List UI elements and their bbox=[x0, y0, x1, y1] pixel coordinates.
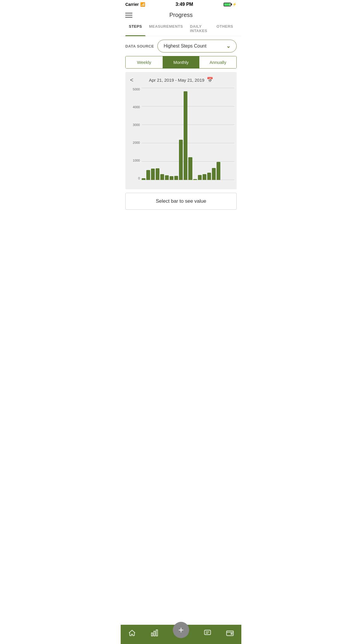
bar-d6[interactable] bbox=[165, 175, 169, 180]
grid-line-5000 bbox=[142, 88, 234, 88]
tab-navigation: STEPS MEASUREMENTS DAILY INTAKES OTHERS bbox=[121, 21, 241, 36]
bar-chart: 5000 4000 3000 2000 1000 0 bbox=[128, 88, 234, 187]
grid-line-4000 bbox=[142, 106, 234, 106]
data-source-row: DATA SOURCE Highest Steps Count ⌄ bbox=[121, 36, 241, 56]
y-label-1000: 1000 bbox=[133, 159, 140, 162]
select-bar-message[interactable]: Select bar to see value bbox=[125, 193, 237, 210]
bars-area bbox=[142, 88, 234, 187]
bar-d20[interactable] bbox=[231, 179, 234, 180]
bar-d18[interactable] bbox=[221, 179, 225, 180]
menu-icon[interactable] bbox=[125, 13, 132, 18]
tab-measurements[interactable]: MEASUREMENTS bbox=[145, 21, 187, 36]
bar-d9[interactable] bbox=[179, 140, 183, 180]
calendar-icon[interactable]: 📅 bbox=[207, 77, 213, 83]
period-monthly[interactable]: Monthly bbox=[163, 56, 200, 68]
bar-d11[interactable] bbox=[188, 157, 192, 180]
chart-container: < Apr 21, 2019 - May 21, 2019 📅 5000 400… bbox=[125, 72, 237, 189]
status-left: Carrier 📶 bbox=[125, 2, 145, 7]
chart-header: < Apr 21, 2019 - May 21, 2019 📅 bbox=[128, 77, 234, 83]
grid-line-2000 bbox=[142, 143, 234, 143]
period-annually[interactable]: Annually bbox=[199, 56, 236, 68]
grid-lines bbox=[142, 88, 234, 180]
grid-line-3000 bbox=[142, 125, 234, 125]
tab-steps[interactable]: STEPS bbox=[125, 21, 145, 36]
bar-d2[interactable] bbox=[146, 170, 150, 180]
date-range-text: Apr 21, 2019 - May 21, 2019 bbox=[149, 78, 204, 83]
data-source-label: DATA SOURCE bbox=[125, 44, 154, 48]
y-label-5000: 5000 bbox=[133, 88, 140, 91]
bar-d13[interactable] bbox=[198, 175, 202, 180]
y-label-3000: 3000 bbox=[133, 123, 140, 127]
chart-prev-button[interactable]: < bbox=[130, 77, 133, 83]
lightning-icon: ⚡ bbox=[232, 2, 237, 6]
bar-d4[interactable] bbox=[156, 168, 159, 180]
bar-d12[interactable] bbox=[193, 179, 197, 180]
bar-d1[interactable] bbox=[142, 178, 145, 180]
y-axis: 5000 4000 3000 2000 1000 0 bbox=[128, 88, 142, 180]
chevron-down-icon: ⌄ bbox=[226, 43, 231, 49]
data-source-dropdown[interactable]: Highest Steps Count ⌄ bbox=[157, 40, 237, 52]
tab-daily-intakes[interactable]: DAILY INTAKES bbox=[187, 21, 213, 36]
status-bar: Carrier 📶 3:49 PM ⚡ bbox=[121, 0, 241, 9]
bar-d14[interactable] bbox=[203, 174, 206, 180]
page-title: Progress bbox=[169, 12, 193, 18]
battery-fill bbox=[224, 3, 230, 6]
header: Progress bbox=[121, 9, 241, 21]
wifi-icon: 📶 bbox=[140, 2, 145, 7]
bar-d17[interactable] bbox=[217, 162, 220, 180]
data-source-selected: Highest Steps Count bbox=[164, 43, 206, 49]
carrier-label: Carrier bbox=[125, 2, 139, 7]
y-label-4000: 4000 bbox=[133, 106, 140, 109]
y-label-2000: 2000 bbox=[133, 141, 140, 144]
grid-line-1000 bbox=[142, 161, 234, 162]
bar-d5[interactable] bbox=[160, 174, 164, 180]
bar-d19[interactable] bbox=[226, 179, 230, 180]
y-label-0: 0 bbox=[138, 177, 140, 180]
status-time: 3:49 PM bbox=[175, 2, 193, 7]
bar-d15[interactable] bbox=[207, 173, 211, 180]
chart-date-range: Apr 21, 2019 - May 21, 2019 📅 bbox=[149, 77, 213, 83]
tab-others[interactable]: OTHERS bbox=[213, 21, 237, 36]
bar-d3[interactable] bbox=[151, 169, 155, 180]
period-weekly[interactable]: Weekly bbox=[126, 56, 163, 68]
period-toggle: Weekly Monthly Annually bbox=[125, 56, 237, 69]
battery-icon bbox=[224, 3, 231, 6]
status-right: ⚡ bbox=[224, 2, 237, 6]
bar-d7[interactable] bbox=[170, 176, 173, 180]
bar-d16[interactable] bbox=[212, 168, 216, 180]
bar-d10[interactable] bbox=[184, 91, 187, 180]
bar-d8[interactable] bbox=[174, 176, 178, 180]
